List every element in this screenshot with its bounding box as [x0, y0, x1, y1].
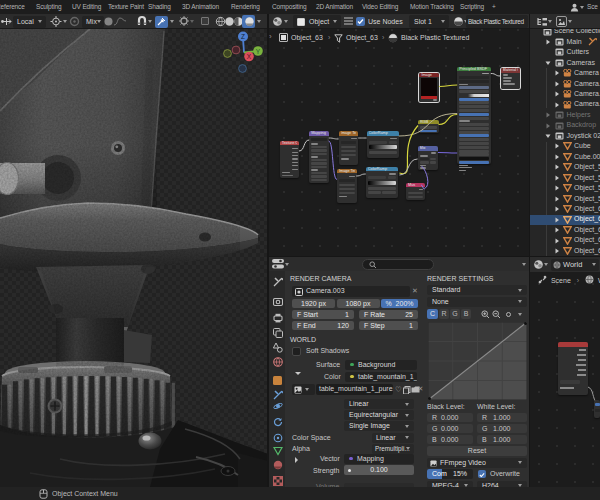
svg-text:Z: Z	[241, 33, 245, 40]
svg-text:X: X	[247, 53, 252, 60]
svg-text:Y: Y	[256, 48, 261, 55]
